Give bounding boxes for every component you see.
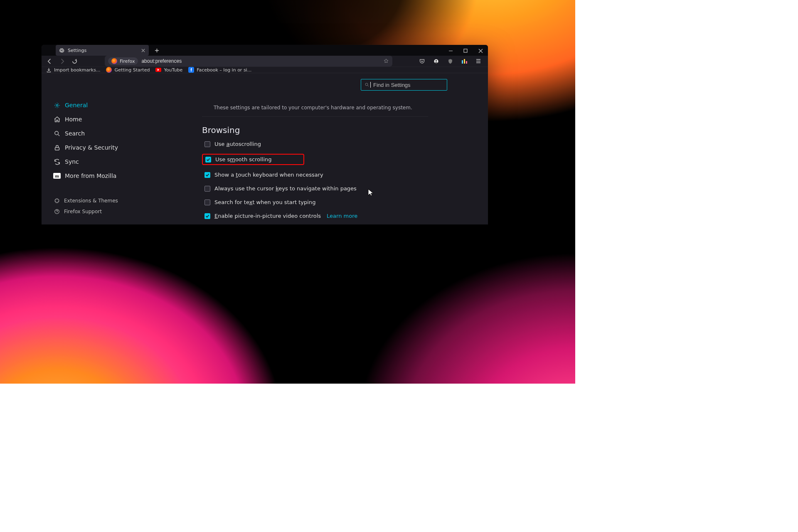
firefox-icon [106, 67, 112, 73]
option-row-4[interactable]: Search for text when you start typing [202, 198, 470, 206]
sidebar-item-sync[interactable]: Sync [53, 155, 135, 169]
checkbox[interactable] [204, 172, 210, 178]
sidebar-item-label: Privacy & Security [65, 144, 118, 151]
preferences-main: These settings are tailored to your comp… [135, 73, 488, 224]
sidebar-item-label: Search [65, 130, 85, 137]
bookmarks-bar: Import bookmarks... Getting Started YouT… [42, 67, 488, 73]
new-tab-button[interactable] [151, 45, 162, 56]
firefox-window: Settings Firefox [42, 45, 488, 224]
sidebar-item-label: Extensions & Themes [64, 198, 118, 204]
bookmark-facebook[interactable]: f Facebook – log in or si... [188, 67, 251, 73]
app-menu-button[interactable] [473, 56, 484, 66]
find-in-settings[interactable] [361, 79, 447, 91]
option-row-3[interactable]: Always use the cursor keys to navigate w… [202, 185, 470, 192]
import-bookmarks-button[interactable]: Import bookmarks... [46, 67, 100, 73]
bookmark-star-icon[interactable] [383, 58, 389, 64]
sidebar-item-home[interactable]: Home [53, 112, 135, 126]
option-label: Search for text when you start typing [214, 199, 315, 205]
svg-rect-5 [466, 61, 467, 64]
option-label: Enable picture-in-picture video controls [214, 213, 321, 219]
bookmark-getting-started[interactable]: Getting Started [106, 67, 150, 73]
sidebar-item-label: Home [65, 116, 82, 123]
text-caret [370, 82, 371, 88]
svg-rect-0 [464, 49, 467, 52]
checkbox[interactable] [204, 213, 210, 219]
reload-button[interactable] [69, 56, 80, 66]
preferences-content: General Home Search Privacy & Security S… [42, 73, 488, 224]
close-window-button[interactable] [473, 45, 488, 57]
url-input[interactable] [141, 58, 380, 64]
pocket-icon[interactable] [416, 56, 427, 66]
identity-label: Firefox [120, 59, 135, 64]
minimize-button[interactable] [443, 45, 458, 57]
import-icon [46, 67, 52, 73]
svg-point-7 [54, 131, 58, 135]
search-icon [365, 82, 369, 87]
sidebar-item-support[interactable]: Firefox Support [53, 206, 135, 217]
option-label: Always use the cursor keys to navigate w… [214, 185, 357, 192]
help-icon [53, 208, 61, 215]
option-label: Use autoscrolling [214, 141, 261, 147]
gear-icon [59, 48, 64, 53]
svg-rect-4 [464, 59, 465, 64]
tab-settings[interactable]: Settings [56, 45, 149, 56]
sidebar-item-privacy[interactable]: Privacy & Security [53, 140, 135, 155]
option-label: Use smooth scrolling [215, 156, 272, 163]
mozilla-icon: m [53, 172, 61, 180]
option-label: Show a touch keyboard when necessary [214, 172, 323, 178]
checkbox[interactable] [205, 157, 211, 163]
browsing-options: Use autoscrollingUse smooth scrollingSho… [202, 140, 470, 224]
tailored-note: These settings are tailored to your comp… [214, 105, 470, 111]
lock-icon [53, 144, 61, 151]
toolbar-right [416, 56, 485, 66]
option-row-0[interactable]: Use autoscrolling [202, 140, 470, 148]
svg-point-6 [56, 104, 58, 106]
checkbox[interactable] [204, 200, 210, 205]
checkbox[interactable] [204, 141, 210, 147]
navigation-bar: Firefox [42, 56, 488, 67]
address-bar[interactable]: Firefox [105, 56, 392, 66]
svg-point-10 [365, 83, 368, 86]
svg-point-2 [435, 60, 437, 62]
account-icon[interactable] [431, 56, 441, 66]
shield-icon[interactable] [445, 56, 456, 66]
sidebar-item-label: More from Mozilla [65, 172, 116, 179]
extension-icon[interactable] [459, 56, 470, 66]
section-title-browsing: Browsing [202, 125, 470, 135]
forward-button[interactable] [57, 56, 67, 66]
bookmark-youtube[interactable]: YouTube [155, 67, 182, 73]
gear-icon [53, 101, 61, 109]
search-icon [53, 130, 61, 137]
home-icon [53, 116, 61, 123]
maximize-button[interactable] [458, 45, 473, 57]
find-input[interactable] [373, 82, 443, 88]
sidebar-item-label: Sync [65, 158, 79, 165]
sidebar-item-more-from-mozilla[interactable]: m More from Mozilla [53, 169, 135, 183]
checkbox[interactable] [204, 186, 210, 192]
tab-strip: Settings [42, 45, 488, 56]
back-button[interactable] [44, 56, 55, 66]
sidebar-item-search[interactable]: Search [53, 126, 135, 140]
facebook-icon: f [188, 67, 194, 73]
youtube-icon [155, 67, 161, 73]
import-label: Import bookmarks... [54, 67, 100, 73]
svg-rect-8 [55, 147, 59, 150]
sidebar-item-extensions[interactable]: Extensions & Themes [53, 195, 135, 206]
sync-icon [53, 158, 61, 165]
window-controls [443, 45, 488, 57]
bookmark-label: Facebook – log in or si... [197, 67, 251, 73]
svg-rect-3 [462, 60, 463, 64]
option-row-2[interactable]: Show a touch keyboard when necessary [202, 171, 470, 179]
sidebar-item-label: Firefox Support [64, 209, 102, 214]
sidebar-item-general[interactable]: General [53, 98, 135, 112]
option-row-1[interactable]: Use smooth scrolling [202, 154, 304, 165]
sidebar-item-label: General [65, 102, 88, 108]
learn-more-link[interactable]: Learn more [327, 213, 357, 219]
tab-close-button[interactable] [140, 48, 145, 53]
tab-title: Settings [68, 48, 137, 53]
bookmark-label: Getting Started [114, 67, 150, 73]
option-row-5[interactable]: Enable picture-in-picture video controls… [202, 212, 470, 220]
bookmark-label: YouTube [164, 67, 182, 73]
preferences-sidebar: General Home Search Privacy & Security S… [42, 73, 135, 224]
identity-pill[interactable]: Firefox [108, 57, 138, 65]
